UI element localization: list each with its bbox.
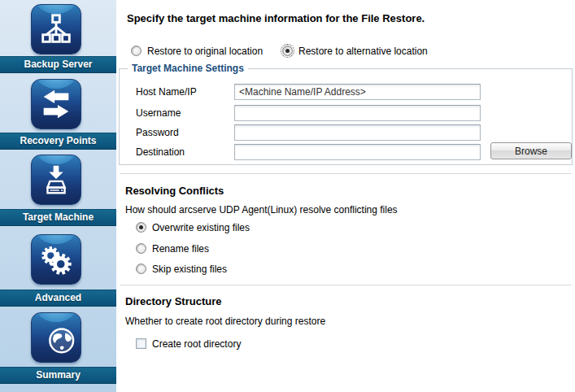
radio-rename-files[interactable]: Rename files	[136, 242, 209, 255]
destination-label: Destination	[136, 146, 234, 158]
radio-icon[interactable]	[136, 222, 146, 233]
username-row: Username	[136, 105, 481, 121]
file-restore-wizard: Backup Server Recovery Points	[0, 0, 575, 392]
radio-icon[interactable]	[136, 243, 146, 254]
resolving-conflicts-description: How should arcserve UDP Agent(Linux) res…	[125, 204, 398, 216]
radio-label: Rename files	[152, 243, 209, 255]
create-root-directory-option[interactable]: Create root directory	[136, 338, 241, 350]
radio-restore-original-location[interactable]: Restore to original location	[131, 45, 263, 57]
radio-skip-existing-files[interactable]: Skip existing files	[136, 263, 227, 275]
directory-structure-heading: Directory Structure	[125, 295, 221, 307]
section-divider	[120, 285, 572, 285]
transfer-arrows-icon	[31, 79, 81, 129]
host-name-label: Host Name/IP	[136, 86, 234, 98]
sidebar-step-recovery-points: Recovery Points	[0, 79, 116, 150]
radio-restore-alternative-location[interactable]: Restore to alternative location	[282, 45, 428, 57]
create-root-directory-checkbox[interactable]	[136, 338, 146, 349]
sidebar-item-backup-server[interactable]: Backup Server	[0, 56, 116, 73]
sidebar-step-advanced: Advanced	[0, 234, 116, 307]
sidebar-item-target-machine[interactable]: Target Machine	[0, 209, 116, 226]
sidebar-step-summary: Summary	[0, 312, 116, 384]
destination-input[interactable]	[234, 144, 481, 160]
sidebar-step-target-machine: Target Machine	[0, 155, 116, 226]
host-name-input[interactable]	[234, 84, 481, 100]
wizard-sidebar: Backup Server Recovery Points	[0, 0, 116, 392]
password-label: Password	[136, 127, 234, 138]
destination-row: Destination	[136, 144, 481, 160]
radio-icon[interactable]	[136, 264, 146, 274]
gears-icon	[31, 234, 81, 285]
password-input[interactable]	[234, 124, 481, 141]
target-machine-icon	[31, 155, 81, 205]
sidebar-item-advanced[interactable]: Advanced	[0, 290, 116, 307]
checkbox-label: Create root directory	[152, 338, 241, 350]
directory-structure-description: Whether to create root directory during …	[125, 316, 325, 327]
username-label: Username	[136, 107, 234, 119]
sidebar-item-summary[interactable]: Summary	[0, 367, 116, 384]
page-title: Specify the target machine information f…	[127, 12, 425, 24]
host-name-row: Host Name/IP	[136, 84, 481, 100]
radio-label: Skip existing files	[152, 264, 227, 275]
radio-label: Overwrite existing files	[152, 222, 250, 233]
username-input[interactable]	[234, 105, 481, 121]
globe-icon	[31, 312, 81, 363]
sidebar-step-backup-server: Backup Server	[0, 4, 116, 73]
radio-icon[interactable]	[131, 46, 142, 56]
radio-label: Restore to original location	[147, 46, 263, 57]
section-divider	[120, 173, 572, 174]
resolving-conflicts-heading: Resolving Conflicts	[125, 185, 224, 197]
radio-label: Restore to alternative location	[298, 46, 428, 57]
radio-icon[interactable]	[282, 46, 293, 56]
sidebar-item-recovery-points[interactable]: Recovery Points	[0, 133, 116, 150]
radio-overwrite-existing-files[interactable]: Overwrite existing files	[136, 221, 250, 233]
network-icon	[31, 4, 81, 54]
fieldset-legend: Target Machine Settings	[128, 63, 248, 74]
browse-button[interactable]: Browse	[490, 142, 572, 159]
password-row: Password	[136, 124, 481, 141]
